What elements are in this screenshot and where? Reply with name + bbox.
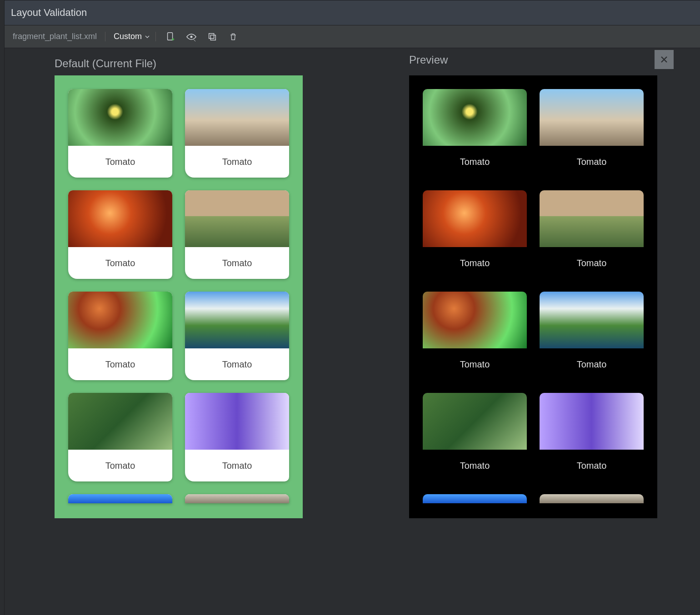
plant-image bbox=[540, 393, 644, 450]
plant-image bbox=[68, 89, 172, 146]
plant-card[interactable] bbox=[68, 494, 172, 503]
validation-canvas[interactable]: Default (Current File) Preview Tomato To… bbox=[5, 48, 700, 615]
frame-label-preview: Preview bbox=[409, 54, 448, 66]
plant-caption: Tomato bbox=[423, 348, 527, 380]
plant-card[interactable] bbox=[185, 494, 289, 503]
plant-caption: Tomato bbox=[423, 450, 527, 481]
plant-card[interactable]: Tomato bbox=[423, 89, 527, 178]
plant-card[interactable]: Tomato bbox=[423, 190, 527, 279]
plant-card[interactable]: Tomato bbox=[540, 190, 644, 279]
plant-image bbox=[423, 393, 527, 450]
plant-image bbox=[423, 190, 527, 247]
plant-caption: Tomato bbox=[185, 247, 289, 279]
plant-image bbox=[185, 494, 289, 503]
plant-caption: Tomato bbox=[68, 247, 172, 279]
plant-image bbox=[540, 292, 644, 348]
plant-card[interactable]: Tomato bbox=[540, 292, 644, 380]
panel-title-bar: Layout Validation bbox=[5, 0, 700, 25]
plant-caption: Tomato bbox=[68, 450, 172, 481]
plant-image bbox=[423, 89, 527, 146]
plant-card[interactable]: Tomato bbox=[185, 292, 289, 380]
plant-image bbox=[540, 89, 644, 146]
mode-dropdown[interactable]: Custom bbox=[114, 32, 156, 41]
plant-card[interactable]: Tomato bbox=[423, 393, 527, 481]
copy-button[interactable] bbox=[206, 30, 219, 43]
plant-image bbox=[423, 494, 527, 503]
add-device-button[interactable] bbox=[164, 30, 177, 43]
plant-card[interactable]: Tomato bbox=[68, 89, 172, 178]
plant-image bbox=[540, 494, 644, 503]
panel-title: Layout Validation bbox=[11, 7, 87, 19]
plant-card[interactable]: Tomato bbox=[68, 190, 172, 279]
plant-caption: Tomato bbox=[540, 146, 644, 178]
plant-card[interactable] bbox=[423, 494, 527, 503]
svg-rect-3 bbox=[210, 35, 215, 40]
svg-rect-2 bbox=[209, 33, 214, 38]
plant-caption: Tomato bbox=[185, 146, 289, 178]
layout-validation-panel: Layout Validation fragment_plant_list.xm… bbox=[5, 0, 700, 615]
plant-image bbox=[68, 494, 172, 503]
plant-image bbox=[185, 89, 289, 146]
plant-caption: Tomato bbox=[68, 348, 172, 380]
plant-caption: Tomato bbox=[540, 348, 644, 380]
ide-gutter bbox=[0, 0, 5, 615]
plant-caption: Tomato bbox=[423, 247, 527, 279]
device-frame-preview[interactable]: Tomato Tomato Tomato Tomato Tomato Tomat… bbox=[409, 75, 657, 518]
plant-image bbox=[185, 393, 289, 450]
file-tab[interactable]: fragment_plant_list.xml bbox=[13, 32, 105, 41]
plant-grid-preview: Tomato Tomato Tomato Tomato Tomato Tomat… bbox=[409, 75, 657, 517]
plant-caption: Tomato bbox=[423, 146, 527, 178]
plant-image bbox=[68, 393, 172, 450]
plant-caption: Tomato bbox=[540, 247, 644, 279]
mode-dropdown-label: Custom bbox=[114, 32, 142, 41]
plant-card[interactable]: Tomato bbox=[68, 393, 172, 481]
toolbar: fragment_plant_list.xml Custom bbox=[5, 25, 700, 48]
frame-label-default: Default (Current File) bbox=[55, 57, 156, 70]
plant-card[interactable]: Tomato bbox=[540, 89, 644, 178]
plant-image bbox=[185, 292, 289, 348]
plant-grid-default: Tomato Tomato Tomato Tomato Tomato Tomat… bbox=[55, 75, 303, 517]
plant-caption: Tomato bbox=[540, 450, 644, 481]
plant-caption: Tomato bbox=[185, 450, 289, 481]
plant-image bbox=[68, 292, 172, 348]
chevron-down-icon bbox=[145, 34, 150, 40]
plant-image bbox=[68, 190, 172, 247]
close-icon bbox=[660, 55, 669, 64]
svg-point-1 bbox=[190, 35, 193, 38]
plant-image bbox=[423, 292, 527, 348]
plant-card[interactable]: Tomato bbox=[540, 393, 644, 481]
device-frame-default[interactable]: Tomato Tomato Tomato Tomato Tomato Tomat… bbox=[55, 75, 303, 518]
close-preview-button[interactable] bbox=[655, 50, 674, 69]
delete-button[interactable] bbox=[227, 30, 240, 43]
plant-image bbox=[185, 190, 289, 247]
visibility-button[interactable] bbox=[185, 30, 198, 43]
plant-card[interactable]: Tomato bbox=[185, 89, 289, 178]
plant-card[interactable]: Tomato bbox=[68, 292, 172, 380]
plant-card[interactable]: Tomato bbox=[185, 190, 289, 279]
plant-card[interactable]: Tomato bbox=[185, 393, 289, 481]
plant-image bbox=[540, 190, 644, 247]
plant-card[interactable]: Tomato bbox=[423, 292, 527, 380]
plant-card[interactable] bbox=[540, 494, 644, 503]
plant-caption: Tomato bbox=[68, 146, 172, 178]
plant-caption: Tomato bbox=[185, 348, 289, 380]
